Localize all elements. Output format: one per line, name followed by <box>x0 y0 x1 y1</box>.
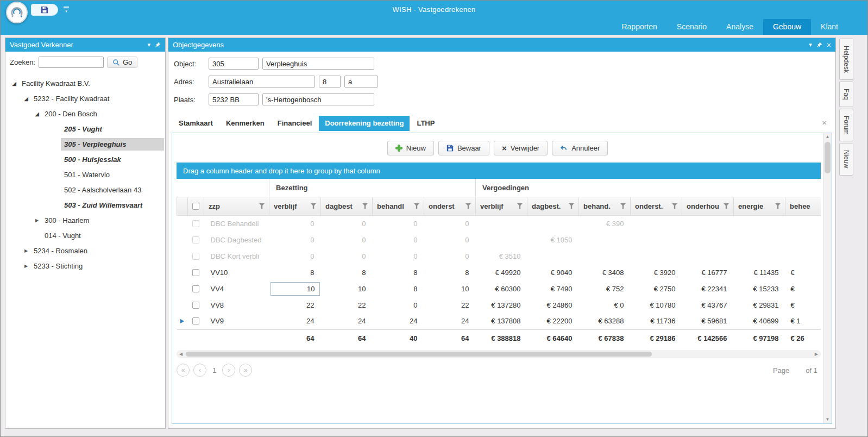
chevron-down-icon[interactable]: ▾ <box>809 42 812 48</box>
close-icon[interactable]: × <box>827 41 831 49</box>
scroll-up-icon[interactable]: ▲ <box>823 133 832 141</box>
pager-next-button[interactable]: › <box>222 364 235 377</box>
column-header-zzp[interactable]: zzp <box>204 197 269 215</box>
tab-stamkaart[interactable]: Stamkaart <box>173 116 219 131</box>
tree-item-5232-facility-kwadraat[interactable]: ◢5232 - Facility Kwadraat <box>5 91 165 106</box>
object-code-field[interactable] <box>209 58 259 70</box>
group-by-bar[interactable]: Drag a column header and drop it here to… <box>177 163 821 179</box>
annuleer-button[interactable]: Annuleer <box>552 141 608 155</box>
city-field[interactable] <box>262 93 374 105</box>
tree-expanded-icon[interactable]: ◢ <box>22 96 30 102</box>
scroll-left-icon[interactable]: ◀ <box>178 352 184 357</box>
column-header-onderst[interactable]: onderst. <box>631 197 682 215</box>
tree-item-facility-kwadraat-b-v[interactable]: ◢Facility Kwadraat B.V. <box>5 76 165 91</box>
postcode-field[interactable] <box>209 93 259 105</box>
tab-kenmerken[interactable]: Kenmerken <box>220 116 271 131</box>
horizontal-scrollbar[interactable]: ◀ ▶ <box>177 350 821 358</box>
pager-prev-button[interactable]: ‹ <box>193 364 206 377</box>
column-header-dagbest[interactable]: dagbest <box>321 197 373 215</box>
pin-icon[interactable] <box>155 42 161 48</box>
column-header-onderst[interactable]: onderst <box>424 197 476 215</box>
tree-expanded-icon[interactable]: ◢ <box>10 80 18 86</box>
column-header-verblijf[interactable]: verblijf <box>476 197 527 215</box>
side-tab-faq[interactable]: Faq <box>839 82 853 107</box>
vertical-scrollbar[interactable]: ▲ ▼ <box>823 133 832 423</box>
tree-collapsed-icon[interactable]: ▶ <box>22 264 30 269</box>
row-checkbox[interactable] <box>192 317 199 324</box>
tree-item-300-haarlem[interactable]: ▶300 - Haarlem <box>5 213 165 228</box>
object-name-field[interactable] <box>262 58 374 70</box>
grid-row-dbc-kort-verbli[interactable]: DBC Kort verbli0000€ 3510 <box>177 248 821 264</box>
row-checkbox[interactable] <box>192 269 199 276</box>
tree-item-500-huisjesslak[interactable]: 500 - Huisjesslak <box>5 152 165 167</box>
filter-icon[interactable] <box>672 203 677 209</box>
column-header-dagbest[interactable]: dagbest. <box>527 197 579 215</box>
nav-tab-gebouw[interactable]: Gebouw <box>763 19 811 35</box>
grid-row-vv4[interactable]: VV41010810€ 60300€ 7490€ 752€ 2750€ 2234… <box>177 280 821 297</box>
grid-row-dbc-dagbested[interactable]: DBC Dagbested0000€ 1050 <box>177 232 821 248</box>
row-checkbox[interactable] <box>192 220 199 227</box>
filter-icon[interactable] <box>620 203 626 209</box>
grid-row-vv9[interactable]: VV924242424€ 137808€ 22200€ 63288€ 11736… <box>177 313 821 329</box>
column-header-energie[interactable]: energie <box>734 197 785 215</box>
tab-doorrekening-bezetting[interactable]: Doorrekening bezetting <box>319 116 410 131</box>
grid-row-dbc-behandeli[interactable]: DBC Behandeli0000€ 390 <box>177 215 821 232</box>
hscroll-track[interactable] <box>184 352 814 357</box>
tree-item-502-aalscholverlaan-43[interactable]: 502 - Aalscholverlaan 43 <box>5 182 165 197</box>
column-header-behandl[interactable]: behandl <box>373 197 424 215</box>
column-header-behand[interactable]: behand. <box>579 197 631 215</box>
hscroll-thumb[interactable] <box>186 352 652 357</box>
filter-icon[interactable] <box>311 203 316 209</box>
search-input[interactable] <box>39 57 104 68</box>
tree-item-501-watervlo[interactable]: 501 - Watervlo <box>5 167 165 182</box>
tree-item-305-verpleeghuis[interactable]: 305 - Verpleeghuis <box>5 136 165 152</box>
quick-save-button[interactable] <box>31 4 58 16</box>
titlebar-menu-icon[interactable]: ▾ <box>64 7 69 13</box>
filter-icon[interactable] <box>362 203 368 209</box>
filter-icon[interactable] <box>775 203 781 209</box>
verwijder-button[interactable]: × Verwijder <box>494 141 548 155</box>
nav-tab-scenario[interactable]: Scenario <box>667 19 716 35</box>
tab-financieel[interactable]: Financieel <box>272 116 318 131</box>
row-checkbox[interactable] <box>192 285 199 292</box>
row-checkbox[interactable] <box>192 302 199 309</box>
tree-item-5234-rosmalen[interactable]: ▶5234 - Rosmalen <box>5 243 165 258</box>
filter-icon[interactable] <box>414 203 419 209</box>
tree-item-503-zuid-willemsvaart[interactable]: 503 - Zuid Willemsvaart <box>5 197 165 213</box>
scroll-down-icon[interactable]: ▼ <box>823 416 832 423</box>
filter-icon[interactable] <box>517 203 523 209</box>
grid-row-vv10[interactable]: VV108888€ 49920€ 9040€ 3408€ 3920€ 16777… <box>177 264 821 280</box>
filter-icon[interactable] <box>724 203 729 209</box>
pin-icon[interactable] <box>816 42 822 48</box>
tree-item-200-den-bosch[interactable]: ◢200 - Den Bosch <box>5 106 165 121</box>
filter-icon[interactable] <box>259 203 265 209</box>
chevron-down-icon[interactable]: ▾ <box>147 42 150 48</box>
pager-first-button[interactable]: « <box>177 364 190 377</box>
filter-icon[interactable] <box>466 203 471 209</box>
street-field[interactable] <box>209 76 315 88</box>
tree-item-014-vught[interactable]: 014 - Vught <box>5 228 165 243</box>
side-tab-nieuw[interactable]: Nieuw <box>839 143 853 175</box>
tree-collapsed-icon[interactable]: ▶ <box>33 218 41 223</box>
grid-row-vv8[interactable]: VV82222022€ 137280€ 24860€ 0€ 10780€ 437… <box>177 297 821 313</box>
pager-last-button[interactable]: » <box>239 364 252 377</box>
filter-icon[interactable] <box>569 203 574 209</box>
tab-lthp[interactable]: LTHP <box>411 116 441 131</box>
column-header-behee[interactable]: behee <box>785 197 821 215</box>
bewaar-button[interactable]: Bewaar <box>438 141 489 155</box>
column-header-verblijf[interactable]: verblijf <box>269 197 321 215</box>
nav-tab-analyse[interactable]: Analyse <box>716 19 763 35</box>
nav-tab-rapporten[interactable]: Rapporten <box>612 19 666 35</box>
tree-collapsed-icon[interactable]: ▶ <box>22 248 30 253</box>
select-all-checkbox[interactable] <box>192 203 199 210</box>
tab-close-icon[interactable]: × <box>822 116 830 131</box>
side-tab-helpdesk[interactable]: Helpdesk <box>839 39 853 80</box>
nav-tab-klant[interactable]: Klant <box>811 19 848 35</box>
house-number-field[interactable] <box>319 76 341 88</box>
tree-item-205-vught[interactable]: 205 - Vught <box>5 121 165 136</box>
search-go-button[interactable]: Go <box>107 57 137 68</box>
side-tab-forum[interactable]: Forum <box>839 109 853 142</box>
column-header-onderhou[interactable]: onderhou <box>682 197 734 215</box>
tree-expanded-icon[interactable]: ◢ <box>33 111 41 117</box>
row-checkbox[interactable] <box>192 236 199 244</box>
